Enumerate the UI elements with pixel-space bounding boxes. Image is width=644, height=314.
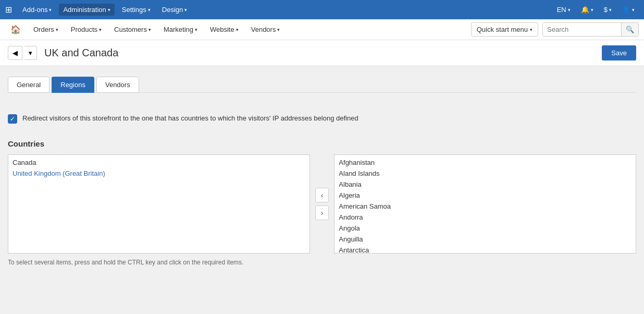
home-button[interactable]: 🏠 (5, 21, 26, 38)
currency-menu[interactable]: $ ▾ (600, 4, 616, 16)
top-navigation: ⊞ Add-ons ▾ Administration ▾ Settings ▾ … (0, 0, 644, 19)
tab-regions[interactable]: Regions (52, 77, 94, 93)
hint-text: To select several items, press and hold … (8, 259, 636, 266)
lang-label: EN (557, 6, 566, 14)
language-menu[interactable]: EN ▾ (553, 4, 575, 16)
search-button[interactable]: 🔍 (621, 23, 638, 36)
currency-caret: ▾ (609, 7, 612, 13)
checkmark-icon: ✓ (10, 115, 15, 123)
design-caret: ▾ (184, 7, 187, 13)
countries-section: Countries CanadaUnited Kingdom (Great Br… (8, 139, 636, 266)
search-input[interactable] (543, 23, 621, 36)
website-label: Website (210, 26, 234, 33)
products-label: Products (71, 26, 97, 33)
vendors-menu[interactable]: Vendors ▾ (246, 22, 286, 37)
selected-countries-list[interactable]: CanadaUnited Kingdom (Great Britain) (8, 154, 310, 253)
orders-caret: ▾ (56, 27, 58, 32)
user-menu[interactable]: 👤 ▾ (618, 4, 639, 16)
grid-icon: ⊞ (5, 5, 12, 15)
save-button[interactable]: Save (602, 45, 636, 61)
back-button[interactable]: ◀ (8, 46, 22, 60)
list-item[interactable]: Antarctica (335, 245, 636, 253)
list-item[interactable]: Albania (335, 179, 636, 190)
search-container: 🔍 (542, 22, 639, 37)
products-menu[interactable]: Products ▾ (66, 22, 107, 37)
redirect-checkbox[interactable]: ✓ (8, 114, 17, 124)
list-item[interactable]: Algeria (335, 190, 636, 201)
list-item[interactable]: American Samoa (335, 201, 636, 212)
countries-title: Countries (8, 139, 636, 148)
currency-label: $ (604, 6, 608, 14)
addons-caret: ▾ (49, 7, 52, 13)
lang-caret: ▾ (568, 7, 571, 13)
quick-start-caret: ▾ (530, 27, 532, 32)
list-item[interactable]: United Kingdom (Great Britain) (8, 168, 309, 179)
available-countries-list[interactable]: AfghanistanAland IslandsAlbaniaAlgeriaAm… (334, 154, 636, 253)
move-left-button[interactable]: ‹ (315, 188, 329, 202)
page-header: ◀ ▾ UK and Canada Save (0, 40, 644, 66)
addons-label: Add-ons (22, 6, 47, 14)
settings-menu[interactable]: Settings ▾ (118, 4, 155, 16)
settings-label: Settings (122, 6, 146, 14)
list-item[interactable]: Andorra (335, 212, 636, 223)
marketing-menu[interactable]: Marketing ▾ (158, 22, 203, 37)
administration-menu[interactable]: Administration ▾ (59, 4, 114, 16)
transfer-buttons: ‹ › (315, 188, 329, 220)
tab-general[interactable]: General (8, 77, 49, 93)
content-area: GeneralRegionsVendors ✓ Redirect visitor… (0, 66, 644, 276)
tab-vendors[interactable]: Vendors (96, 77, 139, 93)
page-title: UK and Canada (44, 47, 118, 59)
administration-caret: ▾ (108, 7, 110, 13)
products-caret: ▾ (99, 27, 102, 32)
orders-label: Orders (33, 26, 54, 33)
administration-label: Administration (63, 6, 106, 14)
quick-start-button[interactable]: Quick start menu ▾ (471, 22, 538, 37)
redirect-checkbox-section: ✓ Redirect visitors of this storefront t… (8, 103, 636, 134)
orders-menu[interactable]: Orders ▾ (28, 22, 64, 37)
quick-start-label: Quick start menu (477, 26, 528, 33)
customers-caret: ▾ (148, 27, 151, 32)
customers-menu[interactable]: Customers ▾ (109, 22, 156, 37)
marketing-label: Marketing (164, 26, 193, 33)
tabs: GeneralRegionsVendors (8, 77, 636, 93)
notifications-icon[interactable]: 🔔 ▾ (577, 4, 598, 16)
list-item[interactable]: Afghanistan (335, 157, 636, 168)
back-dropdown-button[interactable]: ▾ (24, 46, 37, 60)
design-menu[interactable]: Design ▾ (158, 4, 191, 16)
redirect-label: Redirect visitors of this storefront to … (22, 114, 358, 123)
addons-menu[interactable]: Add-ons ▾ (18, 4, 56, 16)
vendors-caret: ▾ (277, 27, 280, 32)
settings-caret: ▾ (148, 7, 151, 13)
list-item[interactable]: Angola (335, 223, 636, 234)
list-item[interactable]: Aland Islands (335, 168, 636, 179)
countries-container: CanadaUnited Kingdom (Great Britain) ‹ ›… (8, 154, 636, 253)
move-right-button[interactable]: › (315, 206, 329, 220)
list-item[interactable]: Anguilla (335, 234, 636, 245)
list-item[interactable]: Canada (8, 157, 309, 168)
secondary-navigation: 🏠 Orders ▾ Products ▾ Customers ▾ Market… (0, 19, 644, 40)
website-caret: ▾ (236, 27, 239, 32)
customers-label: Customers (114, 26, 147, 33)
vendors-label: Vendors (251, 26, 276, 33)
marketing-caret: ▾ (195, 27, 197, 32)
design-label: Design (162, 6, 183, 14)
website-menu[interactable]: Website ▾ (205, 22, 244, 37)
